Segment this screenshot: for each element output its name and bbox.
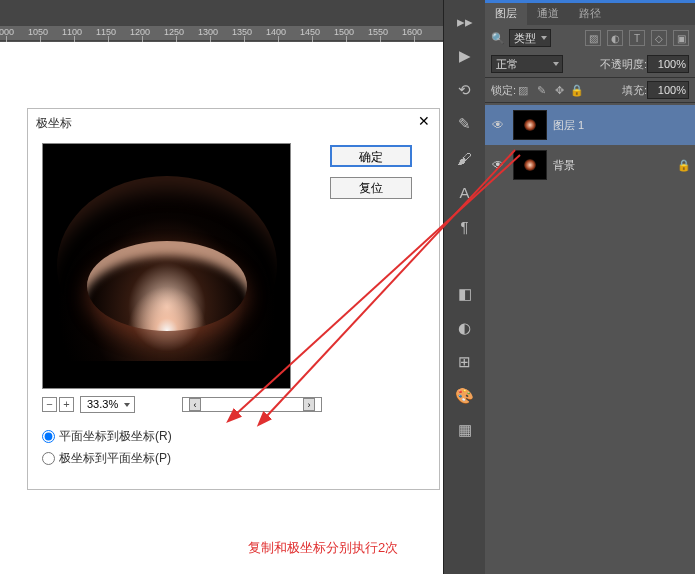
horizontal-ruler: 1000105011001150120012501300135014001450…: [0, 25, 443, 41]
ruler-tick-label: 1050: [28, 27, 48, 37]
annotation-text: 复制和极坐标分别执行2次: [248, 539, 398, 557]
ruler-tick-label: 1150: [96, 27, 116, 37]
layer-name: 图层 1: [553, 118, 584, 133]
zoom-in-button[interactable]: +: [59, 397, 74, 412]
layer-name: 背景: [553, 158, 575, 173]
polar-coordinates-dialog: 极坐标 ✕ − + 33.3% ‹ › 平面坐标到极坐标(R) 极坐标到平面坐标…: [27, 108, 440, 490]
lock-all-icon[interactable]: 🔒: [570, 83, 584, 97]
tab-layers[interactable]: 图层: [485, 3, 527, 25]
filter-type-icon[interactable]: T: [629, 30, 645, 46]
preview-scrollbar[interactable]: ‹ ›: [182, 397, 322, 412]
color-icon[interactable]: 🎨: [451, 382, 479, 410]
spacer-icon: [451, 246, 479, 274]
ruler-tick-label: 1550: [368, 27, 388, 37]
ruler-tick-label: 1500: [334, 27, 354, 37]
ruler-tick-label: 1600: [402, 27, 422, 37]
dialog-title: 极坐标: [28, 109, 439, 137]
zoom-dropdown[interactable]: 33.3%: [80, 396, 135, 413]
ruler-tick-label: 1450: [300, 27, 320, 37]
tab-paths[interactable]: 路径: [569, 3, 611, 25]
app-topbar: [0, 0, 443, 25]
adjustments-icon[interactable]: ◐: [451, 314, 479, 342]
zoom-out-button[interactable]: −: [42, 397, 57, 412]
brush-presets-icon[interactable]: ✎: [451, 110, 479, 138]
character-icon[interactable]: A: [451, 178, 479, 206]
layer-filter-icons: ▨ ◐ T ◇ ▣: [581, 30, 689, 46]
lock-label: 锁定:: [491, 83, 516, 98]
visibility-icon[interactable]: 👁: [489, 118, 507, 132]
ruler-tick-label: 1100: [62, 27, 82, 37]
grid-icon[interactable]: ▦: [451, 416, 479, 444]
fill-value[interactable]: 100%: [647, 81, 689, 99]
lock-position-icon[interactable]: ✥: [552, 83, 566, 97]
arrange-icon[interactable]: ▸▸: [451, 8, 479, 36]
tab-channels[interactable]: 通道: [527, 3, 569, 25]
close-icon[interactable]: ✕: [415, 113, 433, 131]
radio-polar-to-rect[interactable]: 极坐标到平面坐标(P): [42, 447, 172, 469]
filter-pixel-icon[interactable]: ▨: [585, 30, 601, 46]
fill-label: 填充:: [622, 83, 647, 98]
ruler-tick-label: 1300: [198, 27, 218, 37]
ruler-tick-label: 1000: [0, 27, 14, 37]
ruler-tick-label: 1200: [130, 27, 150, 37]
vertical-toolstrip: ▸▸ ▶ ⟲ ✎ 🖌 A ¶ ◧ ◐ ⊞ 🎨 ▦: [443, 0, 485, 574]
ruler-tick-label: 1400: [266, 27, 286, 37]
filter-adjust-icon[interactable]: ◐: [607, 30, 623, 46]
scroll-left-icon[interactable]: ‹: [189, 398, 201, 411]
panel-tabs: 图层 通道 路径: [485, 3, 695, 25]
reset-button[interactable]: 复位: [330, 177, 412, 199]
layer-thumbnail[interactable]: [513, 110, 547, 140]
swatches-icon[interactable]: ⊞: [451, 348, 479, 376]
filter-smart-icon[interactable]: ▣: [673, 30, 689, 46]
styles-icon[interactable]: ◧: [451, 280, 479, 308]
lock-transparency-icon[interactable]: ▨: [516, 83, 530, 97]
layer-kind-select[interactable]: 类型: [509, 29, 551, 47]
layer-row-background[interactable]: 👁 背景 🔒: [485, 145, 695, 185]
radio-rect-to-polar[interactable]: 平面坐标到极坐标(R): [42, 425, 172, 447]
play-icon[interactable]: ▶: [451, 42, 479, 70]
filter-shape-icon[interactable]: ◇: [651, 30, 667, 46]
layer-thumbnail[interactable]: [513, 150, 547, 180]
visibility-icon[interactable]: 👁: [489, 158, 507, 172]
filter-preview[interactable]: [42, 143, 291, 389]
opacity-label: 不透明度:: [600, 57, 647, 72]
layers-panel: 图层 通道 路径 🔍 类型 ▨ ◐ T ◇ ▣ 正常 不透明度: 100% 锁定…: [485, 0, 695, 574]
scroll-right-icon[interactable]: ›: [303, 398, 315, 411]
ruler-tick-label: 1250: [164, 27, 184, 37]
brush-icon[interactable]: 🖌: [451, 144, 479, 172]
blend-mode-select[interactable]: 正常: [491, 55, 563, 73]
opacity-value[interactable]: 100%: [647, 55, 689, 73]
layer-row-1[interactable]: 👁 图层 1: [485, 105, 695, 145]
lock-icon: 🔒: [677, 159, 691, 172]
ruler-tick-label: 1350: [232, 27, 252, 37]
paragraph-icon[interactable]: ¶: [451, 212, 479, 240]
ok-button[interactable]: 确定: [330, 145, 412, 167]
lock-paint-icon[interactable]: ✎: [534, 83, 548, 97]
history-icon[interactable]: ⟲: [451, 76, 479, 104]
conversion-options: 平面坐标到极坐标(R) 极坐标到平面坐标(P): [42, 425, 172, 469]
